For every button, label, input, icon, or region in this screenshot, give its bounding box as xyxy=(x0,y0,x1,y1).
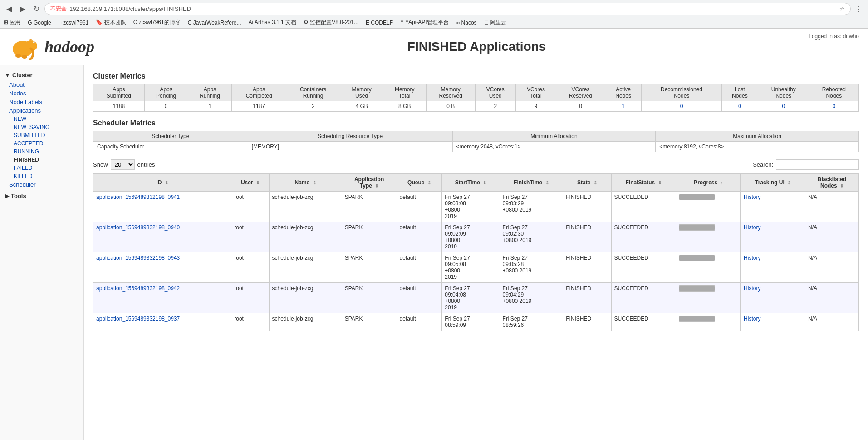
bookmark-nacos[interactable]: ∞ Nacos xyxy=(456,20,477,26)
cell-type: SPARK xyxy=(342,283,397,313)
cell-id[interactable]: application_1569489332198_0943 xyxy=(93,252,231,283)
col-queue[interactable]: Queue ⇕ xyxy=(397,174,442,192)
col-progress[interactable]: Progress ↑ xyxy=(676,174,740,192)
progress-bar-container xyxy=(679,316,715,322)
col-id[interactable]: ID ⇕ xyxy=(93,174,231,192)
col-blacklisted-nodes[interactable]: BlacklistedNodes ⇕ xyxy=(805,174,859,192)
forward-button[interactable]: ▶ xyxy=(17,4,28,15)
col-app-type[interactable]: ApplicationType ⇕ xyxy=(342,174,397,192)
val-unhealthy-nodes[interactable]: 0 xyxy=(758,101,809,112)
sort-arrows-blacklisted: ⇕ xyxy=(840,183,843,188)
sidebar-item-accepted[interactable]: ACCEPTED xyxy=(0,139,83,148)
sidebar-item-new[interactable]: NEW xyxy=(0,115,83,123)
cell-name: schedule-job-zcg xyxy=(269,283,342,313)
sort-arrows-finish: ⇕ xyxy=(545,180,549,185)
cell-final-status: SUCCEEDED xyxy=(611,313,676,331)
cell-id[interactable]: application_1569489332198_0941 xyxy=(93,192,231,222)
col-final-status[interactable]: FinalStatus ⇕ xyxy=(611,174,676,192)
bookmark-yapi[interactable]: Y YApi-API管理平台 xyxy=(400,19,449,26)
bookmark-aliyun[interactable]: ◻ 阿里云 xyxy=(484,19,506,26)
col-start-time[interactable]: StartTime ⇕ xyxy=(442,174,500,192)
reload-button[interactable]: ↻ xyxy=(31,4,42,15)
sidebar-item-running[interactable]: RUNNING xyxy=(0,148,83,156)
cluster-arrow-icon: ▼ xyxy=(5,72,10,79)
col-state[interactable]: State ⇕ xyxy=(563,174,611,192)
entries-select[interactable]: 10 20 50 100 xyxy=(111,159,135,170)
logged-in-label: Logged in as: dr.who xyxy=(809,33,859,40)
search-area: Search: xyxy=(753,159,859,170)
col-user[interactable]: User ⇕ xyxy=(231,174,269,192)
val-decommissioned-nodes[interactable]: 0 xyxy=(642,101,722,112)
address-bar[interactable]: 不安全 192.168.239.171:8088/cluster/apps/FI… xyxy=(44,3,851,15)
progress-bar-container xyxy=(679,224,715,231)
val-memory-reserved: 0 B xyxy=(426,101,475,112)
bookmark-blog[interactable]: C zcswl7961的博客 xyxy=(133,19,181,26)
cell-tracking-ui[interactable]: History xyxy=(741,192,805,222)
cell-finish-time: Fri Sep 2709:03:29+0800 2019 xyxy=(500,192,563,222)
back-button[interactable]: ◀ xyxy=(4,4,15,15)
sort-arrows-queue: ⇕ xyxy=(427,180,431,185)
bookmark-monitor[interactable]: ⚙ 监控配置V8.0-201... xyxy=(304,19,358,26)
bookmark-apps[interactable]: ⊞ 应用 xyxy=(4,19,20,26)
col-vcores-used: VCoresUsed xyxy=(475,84,515,101)
table-row: application_1569489332198_0941 root sche… xyxy=(93,192,859,222)
cell-name: schedule-job-zcg xyxy=(269,222,342,252)
bookmark-arthas[interactable]: Ai Arthas 3.1.1 文档 xyxy=(249,19,296,26)
cell-user: root xyxy=(231,313,269,331)
cell-blacklisted: N/A xyxy=(805,252,859,283)
cell-queue: default xyxy=(397,192,442,222)
val-containers-running: 2 xyxy=(286,101,340,112)
cell-progress xyxy=(676,283,740,313)
sidebar-cluster-header[interactable]: ▼ Cluster xyxy=(0,70,83,80)
col-scheduler-type: Scheduler Type xyxy=(93,131,248,142)
tools-arrow-icon: ▶ xyxy=(5,193,9,199)
sidebar-item-nodes[interactable]: Nodes xyxy=(0,89,83,98)
sidebar-item-new-saving[interactable]: NEW_SAVING xyxy=(0,123,83,131)
cell-tracking-ui[interactable]: History xyxy=(741,222,805,252)
val-apps-submitted: 1188 xyxy=(93,101,145,112)
sort-arrows-start: ⇕ xyxy=(483,180,486,185)
bookmark-google[interactable]: G Google xyxy=(28,20,51,26)
col-name[interactable]: Name ⇕ xyxy=(269,174,342,192)
val-active-nodes[interactable]: 1 xyxy=(605,101,642,112)
sidebar-item-applications[interactable]: Applications xyxy=(0,106,83,115)
sort-arrows-final: ⇕ xyxy=(658,180,662,185)
sidebar-tools-header[interactable]: ▶ Tools xyxy=(0,191,83,201)
progress-bar-container xyxy=(679,194,715,200)
val-memory-total: 8 GB xyxy=(383,101,426,112)
val-scheduling-resource-type: [MEMORY] xyxy=(248,142,452,152)
sidebar-item-killed[interactable]: KILLED xyxy=(0,172,83,180)
cell-tracking-ui[interactable]: History xyxy=(741,283,805,313)
cell-id[interactable]: application_1569489332198_0942 xyxy=(93,283,231,313)
cell-tracking-ui[interactable]: History xyxy=(741,252,805,283)
search-input[interactable] xyxy=(776,159,859,170)
val-lost-nodes[interactable]: 0 xyxy=(721,101,758,112)
scheduler-metrics-table: Scheduler Type Scheduling Resource Type … xyxy=(93,131,859,152)
applications-table: ID ⇕ User ⇕ Name ⇕ ApplicationType ⇕ Que… xyxy=(93,173,859,331)
cell-tracking-ui[interactable]: History xyxy=(741,313,805,331)
sidebar-item-node-labels[interactable]: Node Labels xyxy=(0,98,83,106)
val-maximum-allocation: <memory:8192, vCores:8> xyxy=(656,142,859,152)
sort-arrows-state: ⇕ xyxy=(593,180,597,185)
hadoop-elephant-icon xyxy=(9,33,41,60)
sidebar-item-finished[interactable]: FINISHED xyxy=(0,156,83,164)
bookmark-team[interactable]: 🔖 技术团队 xyxy=(96,19,126,26)
bookmark-codelf[interactable]: E CODELF xyxy=(366,20,393,26)
cell-id[interactable]: application_1569489332198_0940 xyxy=(93,222,231,252)
bookmark-java[interactable]: C Java(WeakRefere... xyxy=(188,20,241,26)
col-finish-time[interactable]: FinishTime ⇕ xyxy=(500,174,563,192)
menu-button[interactable]: ⋮ xyxy=(853,4,864,15)
show-label: Show xyxy=(93,161,108,168)
sidebar-item-about[interactable]: About xyxy=(0,80,83,89)
col-apps-pending: AppsPending xyxy=(144,84,188,101)
cell-type: SPARK xyxy=(342,222,397,252)
val-rebooted-nodes[interactable]: 0 xyxy=(809,101,858,112)
col-tracking-ui[interactable]: Tracking UI ⇕ xyxy=(741,174,805,192)
cell-id[interactable]: application_1569489332198_0937 xyxy=(93,313,231,331)
cluster-metrics-table: AppsSubmitted AppsPending AppsRunning Ap… xyxy=(93,84,859,112)
sidebar-item-scheduler[interactable]: Scheduler xyxy=(0,180,83,189)
bookmark-zcswl[interactable]: ○ zcswl7961 xyxy=(59,20,89,26)
star-icon[interactable]: ☆ xyxy=(839,5,845,12)
sidebar-item-failed[interactable]: FAILED xyxy=(0,164,83,172)
sidebar-item-submitted[interactable]: SUBMITTED xyxy=(0,131,83,139)
